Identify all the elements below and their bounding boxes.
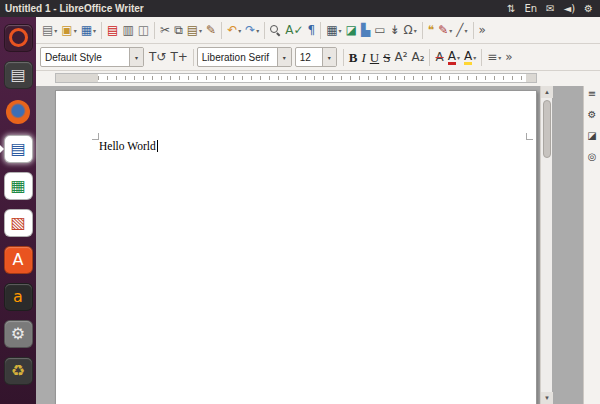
writer-launcher-button[interactable]: ▤ xyxy=(0,130,36,167)
bullet-list-button[interactable]: ≡▾ xyxy=(485,46,503,68)
find-replace-button[interactable] xyxy=(268,19,283,41)
paste-button[interactable]: ▤▾ xyxy=(185,19,204,41)
toolbar-separator xyxy=(429,49,430,66)
redo-icon: ↷ xyxy=(245,24,255,36)
keyboard-layout-indicator[interactable]: En xyxy=(524,0,537,17)
paragraph[interactable]: Hello World xyxy=(99,140,158,152)
insert-textbox-button[interactable]: ▭ xyxy=(372,19,387,41)
ubuntu-dash-button[interactable] xyxy=(0,19,36,56)
clear-formatting-button[interactable]: A xyxy=(433,46,445,68)
ubuntu-software-launcher-button[interactable]: A xyxy=(0,241,36,278)
scroll-down-button[interactable]: ▼ xyxy=(541,392,553,404)
superscript-button[interactable]: A² xyxy=(392,46,409,68)
insert-image-button[interactable]: ◪ xyxy=(344,19,359,41)
italic-button[interactable]: I xyxy=(359,46,367,68)
dropdown-arrow-icon[interactable]: ▾ xyxy=(449,27,452,34)
spelling-check-button[interactable]: A✓ xyxy=(283,19,305,41)
strikethrough-button[interactable]: S xyxy=(381,46,392,68)
font-size-combobox[interactable]: 12 ▾ xyxy=(295,47,337,67)
dropdown-arrow-icon[interactable]: ▾ xyxy=(465,27,468,34)
sidebar-menu-icon[interactable]: ≡ xyxy=(588,89,596,99)
highlight-color-button[interactable]: A▾ xyxy=(462,46,478,68)
combobox-dropdown-button[interactable]: ▾ xyxy=(277,48,291,66)
dropdown-arrow-icon[interactable]: ▾ xyxy=(199,27,202,34)
track-changes-button[interactable]: ✎▾ xyxy=(436,19,454,41)
subscript-button[interactable]: A₂ xyxy=(409,46,426,68)
strikethrough-icon: S xyxy=(383,51,390,64)
settings-launcher-button[interactable]: ⚙ xyxy=(0,315,36,352)
save-button[interactable]: ▦▾ xyxy=(79,19,98,41)
document-text[interactable]: Hello World xyxy=(99,140,156,152)
amazon-icon: a xyxy=(13,289,23,305)
network-indicator-icon[interactable]: ⇅ xyxy=(507,0,515,17)
scrollbar-thumb[interactable] xyxy=(543,100,551,158)
dropdown-arrow-icon[interactable]: ▾ xyxy=(473,54,476,61)
open-file-button[interactable]: ▣▾ xyxy=(59,19,78,41)
insert-chart-button[interactable]: ▙ xyxy=(359,19,372,41)
paragraph-style-combobox[interactable]: Default Style ▾ xyxy=(40,47,144,67)
new-document-button[interactable]: ▤▾ xyxy=(40,19,59,41)
gallery-deck-icon[interactable]: ◪ xyxy=(587,131,596,141)
toolbar-overflow-button[interactable]: » xyxy=(503,46,514,68)
undo-button[interactable]: ↶▾ xyxy=(225,19,243,41)
font-color-button[interactable]: A▾ xyxy=(446,46,462,68)
system-settings-gear-icon: ⚙ xyxy=(11,326,25,342)
top-panel: Untitled 1 - LibreOffice Writer ⇅En✉◄)⚙ xyxy=(0,0,600,17)
down-arrow-icon: ▼ xyxy=(544,395,550,401)
amazon-launcher-button[interactable]: a xyxy=(0,278,36,315)
page[interactable]: Hello World xyxy=(55,90,537,404)
redo-button[interactable]: ↷▾ xyxy=(243,19,261,41)
print-button[interactable]: ▥ xyxy=(120,19,135,41)
navigator-deck-icon[interactable]: ◎ xyxy=(588,152,597,162)
dropdown-arrow-icon[interactable]: ▾ xyxy=(74,27,77,34)
dropdown-arrow-icon[interactable]: ▾ xyxy=(498,54,501,61)
font-size-value: 12 xyxy=(296,52,322,63)
impress-launcher-button[interactable]: ▧ xyxy=(0,204,36,241)
cut-button[interactable]: ✂ xyxy=(158,19,172,41)
combobox-dropdown-button[interactable]: ▾ xyxy=(322,48,336,66)
export-pdf-button[interactable]: ▤ xyxy=(105,19,120,41)
horizontal-ruler[interactable] xyxy=(36,71,600,87)
mail-indicator-icon[interactable]: ✉ xyxy=(546,0,554,17)
font-name-combobox[interactable]: Liberation Serif ▾ xyxy=(197,47,292,67)
scroll-up-button[interactable]: ▲ xyxy=(541,86,553,98)
firefox-launcher-button[interactable] xyxy=(0,93,36,130)
combobox-dropdown-button[interactable]: ▾ xyxy=(129,48,143,66)
dropdown-arrow-icon[interactable]: ▾ xyxy=(339,27,342,34)
toolbar-separator xyxy=(320,22,321,39)
files-icon: ▤ xyxy=(10,67,25,83)
bold-button[interactable]: B xyxy=(347,46,360,68)
underline-button[interactable]: U xyxy=(368,46,381,68)
new-style-button[interactable]: T+ xyxy=(168,46,189,68)
files-launcher-button[interactable]: ▤ xyxy=(0,56,36,93)
software-center-icon: A xyxy=(4,246,33,274)
sidebar-tab-bar: ≡⚙◪◎ xyxy=(583,86,600,404)
session-menu-icon[interactable]: ⚙ xyxy=(584,0,593,17)
trash-launcher-button[interactable]: ♻ xyxy=(0,352,36,389)
insert-page-break-button[interactable]: ↡ xyxy=(388,19,402,41)
properties-deck-icon[interactable]: ⚙ xyxy=(588,110,597,120)
calc-launcher-button[interactable]: ▦ xyxy=(0,167,36,204)
unity-launcher: ▤▤▦▧Aa⚙♻ xyxy=(0,17,36,404)
clone-formatting-button[interactable]: ✎ xyxy=(204,19,218,41)
document-canvas[interactable]: Hello World ▲ ▼ ≡⚙◪◎ xyxy=(36,86,600,404)
dropdown-arrow-icon[interactable]: ▾ xyxy=(54,27,57,34)
insert-table-button[interactable]: ▦▾ xyxy=(324,19,343,41)
toolbar-overflow-button[interactable]: » xyxy=(477,19,488,41)
special-character-button[interactable]: Ω▾ xyxy=(402,19,419,41)
print-preview-button[interactable]: ◫ xyxy=(136,19,151,41)
copy-button[interactable]: ⧉ xyxy=(172,19,185,41)
standard-toolbar: ▤▾▣▾▦▾▤▥◫✂⧉▤▾✎↶▾↷▾A✓¶▦▾◪▙▭↡Ω▾❝✎▾╱▾» xyxy=(36,17,600,44)
dropdown-arrow-icon[interactable]: ▾ xyxy=(414,27,417,34)
insert-line-button[interactable]: ╱▾ xyxy=(454,19,469,41)
formatting-marks-button[interactable]: ¶ xyxy=(306,19,318,41)
vertical-scrollbar[interactable]: ▲ ▼ xyxy=(540,86,552,404)
insert-comment-button[interactable]: ❝ xyxy=(426,19,436,41)
dropdown-arrow-icon[interactable]: ▾ xyxy=(256,27,259,34)
update-style-button[interactable]: T↺ xyxy=(147,46,168,68)
dropdown-arrow-icon[interactable]: ▾ xyxy=(457,54,460,61)
dropdown-arrow-icon[interactable]: ▾ xyxy=(238,27,241,34)
dropdown-arrow-icon[interactable]: ▾ xyxy=(93,27,96,34)
volume-indicator-icon[interactable]: ◄) xyxy=(563,0,575,17)
magnifier-icon xyxy=(270,25,281,36)
